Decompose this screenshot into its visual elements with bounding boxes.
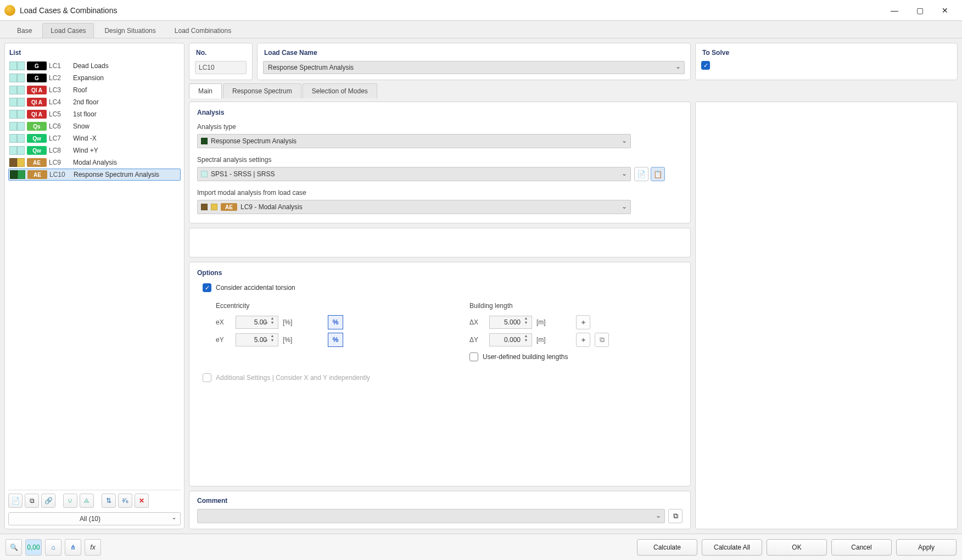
list-item[interactable]: AELC10Response Spectrum Analysis xyxy=(8,169,181,181)
minimize-button[interactable]: — xyxy=(882,2,907,19)
list-item[interactable]: QI ALC51st floor xyxy=(8,108,181,120)
ey-step-down[interactable]: ▼ xyxy=(269,338,276,343)
spectral-edit-icon[interactable]: 📋 xyxy=(651,167,665,181)
list-swatch-1 xyxy=(9,98,17,107)
spectral-select[interactable]: SPS1 - SRSS | SRSS xyxy=(197,167,631,181)
cancel-button[interactable]: Cancel xyxy=(831,539,892,556)
subtab-response-spectrum[interactable]: Response Spectrum xyxy=(223,83,301,98)
calculate-button[interactable]: Calculate xyxy=(637,539,697,556)
list-name: Wind +Y xyxy=(73,147,98,154)
spectral-swatch xyxy=(201,171,208,177)
fx-icon[interactable]: fx xyxy=(85,539,101,556)
building-length-group: Building length ΔX 5.000 ▲▼ [m] ✦ xyxy=(469,302,609,361)
list-swatch-1 xyxy=(9,122,17,131)
close-button[interactable]: ✕ xyxy=(932,2,958,19)
maximize-button[interactable]: ▢ xyxy=(907,2,932,19)
list-item[interactable]: QwLC7Wind -X xyxy=(8,132,181,144)
import-value: LC9 - Modal Analysis xyxy=(240,203,303,211)
apply-button[interactable]: Apply xyxy=(896,539,957,556)
to-solve-checkbox[interactable]: ✓ xyxy=(701,61,710,70)
list-name: Modal Analysis xyxy=(73,159,117,166)
import-select[interactable]: AE LC9 - Modal Analysis xyxy=(197,200,631,214)
ex-percent-button[interactable]: % xyxy=(328,315,343,329)
list-swatch-2 xyxy=(17,61,25,70)
filter-select[interactable]: All (10) xyxy=(8,512,181,525)
ex-step-up[interactable]: ▲ xyxy=(269,316,276,321)
list-item[interactable]: QsLC6Snow xyxy=(8,120,181,132)
tab-design-situations[interactable]: Design Situations xyxy=(96,23,164,38)
calculate-all-button[interactable]: Calculate All xyxy=(702,539,762,556)
spectral-new-icon[interactable]: 📄 xyxy=(634,167,648,181)
ey-label: eY xyxy=(216,336,231,344)
dy-copy-icon[interactable]: ⧉ xyxy=(595,333,609,347)
dy-step-down[interactable]: ▼ xyxy=(523,338,529,343)
list-item[interactable]: QI ALC42nd floor xyxy=(8,96,181,108)
tree-icon[interactable]: ⋔ xyxy=(65,539,81,556)
subtab-main[interactable]: Main xyxy=(189,83,222,98)
tab-base[interactable]: Base xyxy=(9,23,40,38)
list-name: Response Spectrum Analysis xyxy=(74,171,159,178)
list-swatch-2 xyxy=(17,110,25,119)
additional-settings-label: Additional Settings | Consider X and Y i… xyxy=(216,374,370,382)
ex-label: eX xyxy=(216,318,231,326)
user-defined-checkbox[interactable]: ✓ xyxy=(469,352,478,361)
ex-input[interactable]: 5.00 ▲▼ xyxy=(236,316,278,329)
check-up-icon[interactable]: ⩓ xyxy=(80,494,94,508)
name-select[interactable]: Response Spectrum Analysis xyxy=(263,61,685,74)
comment-edit-icon[interactable]: ⧉ xyxy=(668,509,683,523)
tab-load-cases[interactable]: Load Cases xyxy=(42,23,94,38)
dx-label: ΔX xyxy=(469,318,485,326)
list-swatch-1 xyxy=(10,170,18,179)
list-item[interactable]: QI ALC3Roof xyxy=(8,84,181,96)
window-title: Load Cases & Combinations xyxy=(20,6,117,15)
ex-step-down[interactable]: ▼ xyxy=(269,321,276,325)
spectral-label: Spectral analysis settings xyxy=(197,156,683,164)
dy-value: 0.000 xyxy=(504,336,521,344)
list-item[interactable]: GLC2Expansion xyxy=(8,72,181,84)
delete-icon[interactable]: ✕ xyxy=(135,494,149,508)
dy-input[interactable]: 0.000 ▲▼ xyxy=(489,333,532,346)
structure-icon[interactable]: ⌂ xyxy=(45,539,61,556)
list-item[interactable]: QwLC8Wind +Y xyxy=(8,144,181,156)
consider-torsion-checkbox[interactable]: ✓ xyxy=(203,283,211,292)
main-left-column: Analysis Analysis type Response Spectrum… xyxy=(189,102,691,529)
consider-torsion-label: Consider accidental torsion xyxy=(216,284,295,292)
dx-input[interactable]: 5.000 ▲▼ xyxy=(489,316,532,329)
to-solve-label: To Solve xyxy=(701,47,952,61)
list-badge: QI A xyxy=(27,110,47,119)
dx-step-up[interactable]: ▲ xyxy=(523,316,529,321)
link-icon[interactable]: 🔗 xyxy=(41,494,55,508)
preview-panel xyxy=(695,102,958,529)
list-badge: Qw xyxy=(27,146,47,155)
list-swatch-2 xyxy=(17,122,25,131)
user-defined-label: User-defined building lengths xyxy=(483,353,568,361)
comment-input[interactable] xyxy=(197,509,665,523)
dx-step-down[interactable]: ▼ xyxy=(523,321,529,325)
list-item[interactable]: AELC9Modal Analysis xyxy=(8,156,181,169)
analysis-section-title: Analysis xyxy=(197,109,683,116)
ey-percent-button[interactable]: % xyxy=(328,333,343,347)
analysis-type-select[interactable]: Response Spectrum Analysis xyxy=(197,134,631,148)
spectral-value: SPS1 - SRSS | SRSS xyxy=(211,170,275,178)
ok-button[interactable]: OK xyxy=(767,539,827,556)
ey-step-up[interactable]: ▲ xyxy=(269,334,276,338)
list-code: LC10 xyxy=(49,171,71,178)
dy-step-up[interactable]: ▲ xyxy=(523,334,529,338)
copy-icon[interactable]: ⧉ xyxy=(25,494,39,508)
check-down-icon[interactable]: ⩒ xyxy=(63,494,77,508)
list-item[interactable]: GLC1Dead Loads xyxy=(8,60,181,72)
dx-pick-icon[interactable]: ✦ xyxy=(576,315,590,329)
search-icon[interactable]: 🔍 xyxy=(5,539,22,556)
import-sw2 xyxy=(211,204,217,210)
dy-pick-icon[interactable]: ✦ xyxy=(576,333,590,347)
top-tab-strip: Base Load Cases Design Situations Load C… xyxy=(0,21,962,38)
list-swatch-2 xyxy=(18,170,25,179)
units-icon[interactable]: 0,00 xyxy=(25,539,42,556)
renumber-icon[interactable]: ²⁄₆ xyxy=(118,494,132,508)
ey-input[interactable]: 5.00 ▲▼ xyxy=(236,333,278,346)
tab-load-combinations[interactable]: Load Combinations xyxy=(166,23,239,38)
subtab-selection-of-modes[interactable]: Selection of Modes xyxy=(303,83,377,98)
list-badge: G xyxy=(27,61,47,70)
swap-icon[interactable]: ⇅ xyxy=(102,494,116,508)
new-icon[interactable]: 📄 xyxy=(8,494,23,508)
